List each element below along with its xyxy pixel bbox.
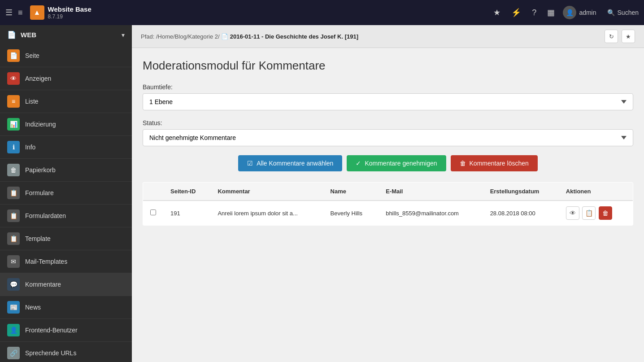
sidebar-item-papierkorb[interactable]: 🗑 Papierkorb — [0, 159, 132, 182]
col-name: Name — [323, 183, 379, 201]
sidebar-item-label: News — [25, 304, 41, 311]
list2-icon[interactable]: ▦ — [547, 8, 555, 17]
anzeigen-icon: 👁 — [7, 72, 20, 85]
sidebar-item-label: Formulare — [25, 189, 54, 196]
sidebar-item-label: Anzeigen — [25, 75, 51, 82]
flash-icon[interactable]: ⚡ — [511, 8, 521, 17]
baumtiefe-label: Baumtiefe: — [143, 83, 633, 91]
sidebar-item-formulardaten[interactable]: 📋 Formulardaten — [0, 205, 132, 227]
delete-icon: 🗑 — [460, 160, 466, 167]
comments-table: Seiten-ID Kommentar Name E-Mail Erstellu… — [143, 182, 633, 226]
delete-action-button[interactable]: 🗑 — [599, 206, 612, 220]
main-layout: 📄 WEB ▾ 📄 Seite 👁 Anzeigen ≡ Liste 📊 Ind… — [0, 25, 644, 362]
sprechende-urls-icon: 🔗 — [7, 347, 20, 359]
delete-button[interactable]: 🗑 Kommentare löschen — [451, 155, 538, 171]
breadcrumb-bar: Pfad: /Home/Blog/Kategorie 2/ 📄 2016-01-… — [132, 25, 644, 48]
sidebar-item-label: Info — [25, 144, 35, 151]
cell-seiten-id: 191 — [163, 201, 210, 226]
breadcrumb-actions: ↻ ★ — [605, 30, 635, 43]
admin-area[interactable]: 👤 admin — [563, 6, 596, 19]
sidebar-item-mail-templates[interactable]: ✉ Mail-Templates — [0, 250, 132, 273]
app-title: Website Base — [48, 5, 91, 13]
row-checkbox-cell — [143, 201, 164, 226]
col-erstellungsdatum: Erstellungsdatum — [483, 183, 559, 201]
news-icon: 📰 — [7, 301, 20, 314]
frontend-benutzer-icon: 👤 — [7, 324, 20, 336]
hamburger-icon[interactable]: ☰ — [5, 8, 13, 17]
bookmarks-icon[interactable]: ★ — [493, 8, 500, 17]
sidebar-item-label: Frontend-Benutzer — [25, 327, 78, 334]
refresh-button[interactable]: ↻ — [605, 30, 618, 43]
breadcrumb: Pfad: /Home/Blog/Kategorie 2/ 📄 2016-01-… — [141, 33, 358, 40]
cell-erstellungsdatum: 28.08.2018 08:00 — [483, 201, 559, 226]
page-title: Moderationsmodul für Kommentare — [143, 59, 633, 73]
sidebar-item-frontend-benutzer[interactable]: 👤 Frontend-Benutzer — [0, 319, 132, 342]
sidebar-item-indizierung[interactable]: 📊 Indizierung — [0, 113, 132, 136]
logo-area: ▲ Website Base 8.7.19 — [30, 5, 91, 20]
sidebar-item-label: Indizierung — [25, 121, 56, 128]
sidebar-item-label: Formulardaten — [25, 212, 66, 219]
table-row: 191 Anreii lorem ipsum dolor sit a... Be… — [143, 201, 633, 226]
sidebar-item-label: Sprechende URLs — [25, 349, 76, 357]
col-checkbox — [143, 183, 164, 201]
sidebar-item-label: Kommentare — [25, 281, 61, 288]
cell-kommentar: Anreii lorem ipsum dolor sit a... — [210, 201, 323, 226]
sidebar-item-label: Papierkorb — [25, 166, 56, 174]
info-icon: ℹ — [7, 141, 20, 153]
col-email: E-Mail — [379, 183, 483, 201]
top-header: ☰ ≡ ▲ Website Base 8.7.19 ★ ⚡ ? ▦ 👤 admi… — [0, 0, 644, 25]
approve-label: Kommentare genehmigen — [365, 160, 437, 167]
cell-email: bhills_8559@mailinator.com — [379, 201, 483, 226]
delete-label: Kommentare löschen — [470, 160, 529, 167]
liste-icon: ≡ — [7, 95, 20, 108]
sidebar-item-formulare[interactable]: 📋 Formulare — [0, 182, 132, 205]
col-aktionen: Aktionen — [559, 183, 633, 201]
status-select[interactable]: Alle Kommentare Genehmigte Kommentare Ni… — [143, 129, 633, 146]
status-group: Status: Alle Kommentare Genehmigte Komme… — [143, 119, 633, 146]
content-area: Pfad: /Home/Blog/Kategorie 2/ 📄 2016-01-… — [132, 25, 644, 362]
breadcrumb-separator: 📄 — [221, 33, 230, 40]
app-name: Website Base 8.7.19 — [48, 5, 91, 20]
col-kommentar: Kommentar — [210, 183, 323, 201]
sidebar-item-kommentare[interactable]: 💬 Kommentare — [0, 273, 132, 296]
row-checkbox[interactable] — [150, 209, 156, 215]
search-area[interactable]: 🔍 Suchen — [607, 9, 639, 16]
avatar: 👤 — [563, 6, 576, 19]
star-button[interactable]: ★ — [622, 30, 635, 43]
baumtiefe-group: Baumtiefe: 1 Ebene 2 Ebenen 3 Ebenen All… — [143, 83, 633, 110]
papierkorb-icon: 🗑 — [7, 164, 20, 176]
edit-action-button[interactable]: 📋 — [582, 206, 596, 220]
status-label: Status: — [143, 119, 633, 126]
table-body: 191 Anreii lorem ipsum dolor sit a... Be… — [143, 201, 633, 226]
action-buttons: ☑ Alle Kommentare anwählen ✓ Kommentare … — [143, 155, 633, 171]
cell-aktionen: 👁 📋 🗑 — [559, 201, 633, 226]
sidebar-item-liste[interactable]: ≡ Liste — [0, 90, 132, 113]
sidebar-item-anzeigen[interactable]: 👁 Anzeigen — [0, 67, 132, 90]
sidebar-item-sprechende-urls[interactable]: 🔗 Sprechende URLs — [0, 342, 132, 362]
sidebar-item-seite[interactable]: 📄 Seite — [0, 44, 132, 67]
sidebar-web-header[interactable]: 📄 WEB ▾ — [0, 25, 132, 44]
approve-button[interactable]: ✓ Kommentare genehmigen — [347, 155, 446, 171]
kommentare-icon: 💬 — [7, 278, 20, 291]
web-icon: 📄 — [7, 31, 16, 39]
baumtiefe-select[interactable]: 1 Ebene 2 Ebenen 3 Ebenen Alle — [143, 93, 633, 110]
sidebar-item-label: Liste — [25, 98, 39, 105]
help-icon[interactable]: ? — [532, 8, 536, 17]
formulardaten-icon: 📋 — [7, 209, 20, 222]
sidebar-item-info[interactable]: ℹ Info — [0, 136, 132, 159]
mail-templates-icon: ✉ — [7, 255, 20, 268]
chevron-down-icon: ▾ — [122, 31, 125, 39]
select-all-label: Alle Kommentare anwählen — [257, 160, 333, 167]
select-all-button[interactable]: ☑ Alle Kommentare anwählen — [238, 155, 342, 171]
main-content: Moderationsmodul für Kommentare Baumtief… — [132, 48, 644, 236]
seite-icon: 📄 — [7, 49, 20, 62]
breadcrumb-page: 2016-01-11 - Die Geschichte des Josef K.… — [230, 33, 358, 40]
approve-icon: ✓ — [356, 160, 361, 167]
sidebar-item-news[interactable]: 📰 News — [0, 296, 132, 319]
app-version: 8.7.19 — [48, 13, 91, 20]
list-icon[interactable]: ≡ — [18, 8, 23, 17]
sidebar-item-template[interactable]: 📋 Template — [0, 227, 132, 250]
breadcrumb-path: Pfad: /Home/Blog/Kategorie 2/ — [141, 33, 220, 40]
logo-shield: ▲ — [30, 5, 44, 20]
view-action-button[interactable]: 👁 — [566, 206, 579, 220]
